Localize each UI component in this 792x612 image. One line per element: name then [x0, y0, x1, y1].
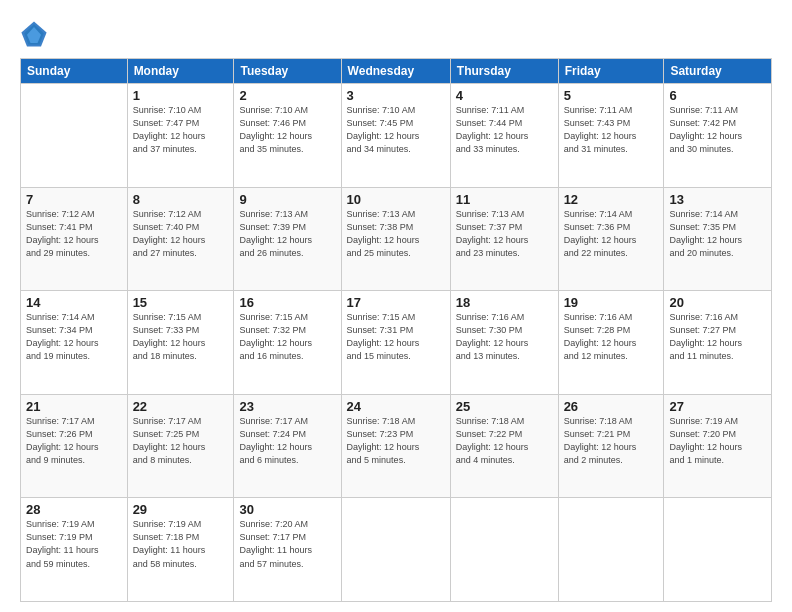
calendar-header-row: SundayMondayTuesdayWednesdayThursdayFrid…: [21, 59, 772, 84]
day-info: Sunrise: 7:19 AMSunset: 7:18 PMDaylight:…: [133, 518, 229, 570]
day-number: 14: [26, 295, 122, 310]
day-number: 5: [564, 88, 659, 103]
day-info: Sunrise: 7:15 AMSunset: 7:32 PMDaylight:…: [239, 311, 335, 363]
day-number: 9: [239, 192, 335, 207]
day-number: 23: [239, 399, 335, 414]
day-number: 8: [133, 192, 229, 207]
calendar-day-cell: [21, 84, 128, 188]
calendar-header-tuesday: Tuesday: [234, 59, 341, 84]
calendar-day-cell: [664, 498, 772, 602]
day-info: Sunrise: 7:10 AMSunset: 7:47 PMDaylight:…: [133, 104, 229, 156]
day-info: Sunrise: 7:13 AMSunset: 7:39 PMDaylight:…: [239, 208, 335, 260]
calendar-header-thursday: Thursday: [450, 59, 558, 84]
calendar-header-wednesday: Wednesday: [341, 59, 450, 84]
day-number: 27: [669, 399, 766, 414]
day-info: Sunrise: 7:14 AMSunset: 7:34 PMDaylight:…: [26, 311, 122, 363]
calendar-day-cell: 20Sunrise: 7:16 AMSunset: 7:27 PMDayligh…: [664, 291, 772, 395]
calendar-week-row: 28Sunrise: 7:19 AMSunset: 7:19 PMDayligh…: [21, 498, 772, 602]
calendar-day-cell: 10Sunrise: 7:13 AMSunset: 7:38 PMDayligh…: [341, 187, 450, 291]
calendar-day-cell: 19Sunrise: 7:16 AMSunset: 7:28 PMDayligh…: [558, 291, 664, 395]
day-number: 20: [669, 295, 766, 310]
day-number: 21: [26, 399, 122, 414]
calendar-day-cell: 27Sunrise: 7:19 AMSunset: 7:20 PMDayligh…: [664, 394, 772, 498]
day-info: Sunrise: 7:12 AMSunset: 7:41 PMDaylight:…: [26, 208, 122, 260]
day-number: 13: [669, 192, 766, 207]
day-number: 18: [456, 295, 553, 310]
calendar-day-cell: 6Sunrise: 7:11 AMSunset: 7:42 PMDaylight…: [664, 84, 772, 188]
calendar-day-cell: 24Sunrise: 7:18 AMSunset: 7:23 PMDayligh…: [341, 394, 450, 498]
day-info: Sunrise: 7:13 AMSunset: 7:37 PMDaylight:…: [456, 208, 553, 260]
calendar-day-cell: [450, 498, 558, 602]
day-info: Sunrise: 7:16 AMSunset: 7:27 PMDaylight:…: [669, 311, 766, 363]
calendar-day-cell: 9Sunrise: 7:13 AMSunset: 7:39 PMDaylight…: [234, 187, 341, 291]
day-info: Sunrise: 7:18 AMSunset: 7:22 PMDaylight:…: [456, 415, 553, 467]
day-number: 3: [347, 88, 445, 103]
calendar-day-cell: 1Sunrise: 7:10 AMSunset: 7:47 PMDaylight…: [127, 84, 234, 188]
calendar-day-cell: 30Sunrise: 7:20 AMSunset: 7:17 PMDayligh…: [234, 498, 341, 602]
day-number: 2: [239, 88, 335, 103]
calendar-day-cell: [558, 498, 664, 602]
day-info: Sunrise: 7:11 AMSunset: 7:43 PMDaylight:…: [564, 104, 659, 156]
calendar-day-cell: 16Sunrise: 7:15 AMSunset: 7:32 PMDayligh…: [234, 291, 341, 395]
calendar-day-cell: 22Sunrise: 7:17 AMSunset: 7:25 PMDayligh…: [127, 394, 234, 498]
day-info: Sunrise: 7:17 AMSunset: 7:25 PMDaylight:…: [133, 415, 229, 467]
day-number: 7: [26, 192, 122, 207]
day-info: Sunrise: 7:15 AMSunset: 7:31 PMDaylight:…: [347, 311, 445, 363]
calendar-week-row: 14Sunrise: 7:14 AMSunset: 7:34 PMDayligh…: [21, 291, 772, 395]
day-number: 19: [564, 295, 659, 310]
header: [20, 16, 772, 48]
calendar-day-cell: 3Sunrise: 7:10 AMSunset: 7:45 PMDaylight…: [341, 84, 450, 188]
calendar-day-cell: 13Sunrise: 7:14 AMSunset: 7:35 PMDayligh…: [664, 187, 772, 291]
calendar-day-cell: 25Sunrise: 7:18 AMSunset: 7:22 PMDayligh…: [450, 394, 558, 498]
day-info: Sunrise: 7:16 AMSunset: 7:28 PMDaylight:…: [564, 311, 659, 363]
day-number: 16: [239, 295, 335, 310]
day-info: Sunrise: 7:17 AMSunset: 7:26 PMDaylight:…: [26, 415, 122, 467]
day-info: Sunrise: 7:14 AMSunset: 7:36 PMDaylight:…: [564, 208, 659, 260]
calendar-day-cell: 23Sunrise: 7:17 AMSunset: 7:24 PMDayligh…: [234, 394, 341, 498]
day-info: Sunrise: 7:17 AMSunset: 7:24 PMDaylight:…: [239, 415, 335, 467]
calendar-day-cell: 29Sunrise: 7:19 AMSunset: 7:18 PMDayligh…: [127, 498, 234, 602]
day-info: Sunrise: 7:10 AMSunset: 7:45 PMDaylight:…: [347, 104, 445, 156]
calendar-day-cell: 2Sunrise: 7:10 AMSunset: 7:46 PMDaylight…: [234, 84, 341, 188]
day-number: 28: [26, 502, 122, 517]
logo-icon: [20, 20, 48, 48]
calendar-day-cell: [341, 498, 450, 602]
calendar-day-cell: 4Sunrise: 7:11 AMSunset: 7:44 PMDaylight…: [450, 84, 558, 188]
calendar-day-cell: 11Sunrise: 7:13 AMSunset: 7:37 PMDayligh…: [450, 187, 558, 291]
day-info: Sunrise: 7:20 AMSunset: 7:17 PMDaylight:…: [239, 518, 335, 570]
calendar-week-row: 1Sunrise: 7:10 AMSunset: 7:47 PMDaylight…: [21, 84, 772, 188]
day-number: 30: [239, 502, 335, 517]
calendar-table: SundayMondayTuesdayWednesdayThursdayFrid…: [20, 58, 772, 602]
day-number: 10: [347, 192, 445, 207]
day-info: Sunrise: 7:18 AMSunset: 7:23 PMDaylight:…: [347, 415, 445, 467]
day-info: Sunrise: 7:18 AMSunset: 7:21 PMDaylight:…: [564, 415, 659, 467]
day-number: 12: [564, 192, 659, 207]
day-number: 29: [133, 502, 229, 517]
calendar-day-cell: 12Sunrise: 7:14 AMSunset: 7:36 PMDayligh…: [558, 187, 664, 291]
day-info: Sunrise: 7:10 AMSunset: 7:46 PMDaylight:…: [239, 104, 335, 156]
day-number: 26: [564, 399, 659, 414]
calendar-week-row: 21Sunrise: 7:17 AMSunset: 7:26 PMDayligh…: [21, 394, 772, 498]
day-number: 4: [456, 88, 553, 103]
calendar-day-cell: 14Sunrise: 7:14 AMSunset: 7:34 PMDayligh…: [21, 291, 128, 395]
calendar-week-row: 7Sunrise: 7:12 AMSunset: 7:41 PMDaylight…: [21, 187, 772, 291]
day-number: 17: [347, 295, 445, 310]
day-number: 15: [133, 295, 229, 310]
day-info: Sunrise: 7:15 AMSunset: 7:33 PMDaylight:…: [133, 311, 229, 363]
day-info: Sunrise: 7:13 AMSunset: 7:38 PMDaylight:…: [347, 208, 445, 260]
day-number: 6: [669, 88, 766, 103]
calendar-day-cell: 18Sunrise: 7:16 AMSunset: 7:30 PMDayligh…: [450, 291, 558, 395]
day-info: Sunrise: 7:11 AMSunset: 7:42 PMDaylight:…: [669, 104, 766, 156]
calendar-header-friday: Friday: [558, 59, 664, 84]
page-container: SundayMondayTuesdayWednesdayThursdayFrid…: [0, 0, 792, 612]
day-number: 22: [133, 399, 229, 414]
day-info: Sunrise: 7:16 AMSunset: 7:30 PMDaylight:…: [456, 311, 553, 363]
day-info: Sunrise: 7:11 AMSunset: 7:44 PMDaylight:…: [456, 104, 553, 156]
day-number: 11: [456, 192, 553, 207]
calendar-day-cell: 21Sunrise: 7:17 AMSunset: 7:26 PMDayligh…: [21, 394, 128, 498]
calendar-day-cell: 28Sunrise: 7:19 AMSunset: 7:19 PMDayligh…: [21, 498, 128, 602]
logo: [20, 20, 50, 48]
day-info: Sunrise: 7:12 AMSunset: 7:40 PMDaylight:…: [133, 208, 229, 260]
day-number: 1: [133, 88, 229, 103]
day-info: Sunrise: 7:19 AMSunset: 7:20 PMDaylight:…: [669, 415, 766, 467]
